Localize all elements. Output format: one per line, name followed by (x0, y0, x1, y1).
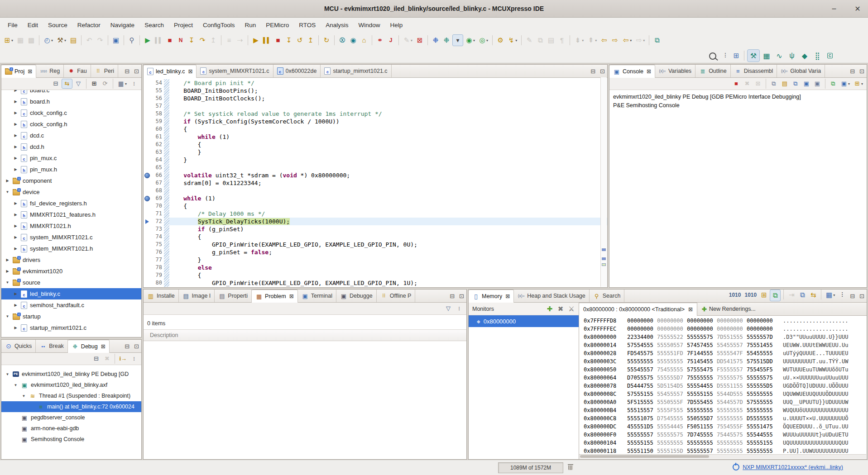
tree-item-semihosting-console[interactable]: ▣Semihosting Console (1, 434, 141, 445)
memory-row-0x80000028[interactable]: 0x80000028FD545575555551FD7F144555555554… (579, 349, 867, 357)
code-line-72[interactable]: 72 SysTick_DelayTicks(1000U); (144, 218, 607, 225)
maximize-icon[interactable]: ⊡ (132, 68, 141, 75)
code-line-75[interactable]: 75 GPIO_PinWrite(EXAMPLE_LED_GPIO, EXAMP… (144, 241, 607, 248)
tab-system-mimxrt1021-c[interactable]: csystem_MIMXRT1021.c (197, 65, 273, 77)
annotation-column[interactable] (144, 133, 150, 141)
next-annotation-button[interactable]: ⇟▾ (573, 35, 585, 46)
working-set-button[interactable]: ▆▾ (116, 79, 128, 88)
open-console-button[interactable]: ⊞▾ (852, 79, 864, 88)
remove-launch-button[interactable]: ✖ (742, 79, 752, 88)
tab-debug[interactable]: ❉Debug⊠ (68, 340, 110, 353)
debug-dropdown-button[interactable]: ▾ (452, 34, 463, 46)
maximize-icon[interactable]: ⊡ (598, 68, 607, 75)
annotation-column[interactable] (144, 264, 150, 271)
tab-disassembl[interactable]: ≡Disassembl (731, 65, 777, 77)
project-settings-button[interactable]: ⚙ (495, 35, 505, 46)
annotation-column[interactable] (144, 87, 150, 95)
overview-ruler[interactable] (600, 77, 607, 287)
annotation-column[interactable] (144, 148, 150, 156)
tab-peri[interactable]: ⠿Peri (91, 65, 118, 77)
tree-item-system-mimxrt1021-c[interactable]: ▶csystem_MIMXRT1021.c (1, 232, 141, 243)
tree-item-startup-mimxrt1021-c[interactable]: ▶cstartup_mimxrt1021.c (1, 322, 141, 333)
close-icon[interactable]: ⊠ (505, 293, 510, 299)
word-wrap-button[interactable]: ⧉ (791, 79, 801, 88)
code-line-69[interactable]: 69 while (1) (144, 195, 607, 202)
close-icon[interactable]: ⊠ (647, 68, 651, 75)
annotation-column[interactable] (144, 179, 150, 187)
code-line-70[interactable]: 70 { (144, 202, 607, 210)
annotation-column[interactable] (144, 79, 150, 87)
search-element-button[interactable]: ⚲ (127, 35, 137, 46)
code-line-60[interactable]: 60 { (144, 125, 607, 133)
annotation-column[interactable] (144, 95, 150, 102)
code-line-68[interactable]: 68 (144, 187, 607, 195)
close-icon[interactable]: ⊠ (101, 343, 106, 350)
view-menu-button[interactable]: ⁝ (129, 354, 139, 363)
pin-console-button[interactable]: ⧉ (828, 79, 838, 88)
tree-item-dcd-h[interactable]: ▶hdcd.h (1, 141, 141, 152)
code-line-63[interactable]: 63 } (144, 148, 607, 156)
remove-toolbox-button[interactable]: ⊠ (415, 35, 425, 46)
layout-button[interactable]: ▦▾ (824, 290, 836, 300)
tab-startup-mimxrt1021-c[interactable]: cstartup_mimxrt1021.c (321, 65, 391, 77)
menu-project[interactable]: Project (169, 22, 198, 28)
memory-row-0x800000A0[interactable]: 0x800000A05F5155555550555F7D555455554455… (579, 398, 867, 406)
tree-item-board-c[interactable]: ▶cboard.c (1, 90, 141, 96)
annotation-column[interactable] (144, 118, 150, 125)
home-button[interactable]: ⌂ (359, 35, 369, 46)
multicore-step-into-button[interactable]: ↧ (284, 35, 294, 46)
launch-config-button[interactable]: ◴▾ (42, 35, 54, 46)
filter-button[interactable]: ▽ (73, 79, 83, 88)
tab-break[interactable]: ●●Break (36, 340, 68, 352)
memory-row-0x80000050[interactable]: 0x80000050555455577545555557555475F55555… (579, 366, 867, 374)
memory-row-0x80000014[interactable]: 0x80000014575545555555055757457455554555… (579, 341, 867, 349)
build-binary-button[interactable]: ▤ (68, 35, 78, 46)
tree-item-thread-1-suspended-breakpoint[interactable]: ▼≋Thread #1 (Suspended : Breakpoint) (1, 390, 141, 401)
menu-run[interactable]: Run (240, 22, 261, 28)
memory-row-0x80000078[interactable]: 0x80000078D54447555D5154D555554455D55511… (579, 382, 867, 390)
memory-row-0x800000DC[interactable]: 0x800000DC455551D555554445F5051155755455… (579, 423, 867, 431)
perspective-cpp[interactable]: C (824, 50, 836, 62)
export-button[interactable]: ⧉ (770, 290, 781, 301)
tree-item-pin-mux-c[interactable]: ▶cpin_mux.c (1, 152, 141, 164)
debug-as-button[interactable]: ❉ (431, 35, 441, 46)
next-edit-location-button[interactable]: ⇨ (610, 35, 620, 46)
minimize-icon[interactable]: ⊟ (588, 68, 598, 75)
tree-item-dcd-c[interactable]: ▶cdcd.c (1, 130, 141, 141)
annotation-column[interactable] (144, 225, 150, 233)
new-memory-view-button[interactable]: 1010 (728, 290, 743, 300)
tab-global-varia[interactable]: (x)=Global Varia (777, 65, 825, 77)
jlink-button[interactable]: J (386, 35, 396, 46)
memory-row-0x7FFFFFD8[interactable]: 0x7FFFFFD8000000000000000000000000000000… (579, 317, 867, 325)
tree-item-system-mimxrt1021-h[interactable]: ▶hsystem_MIMXRT1021.h (1, 243, 141, 254)
annotation-column[interactable] (144, 210, 150, 218)
tree-item-fsl-device-registers-h[interactable]: ▶hfsl_device_registers.h (1, 198, 141, 209)
instruction-mode-button[interactable]: i→ (118, 354, 128, 363)
terminate-button[interactable]: ■ (165, 35, 175, 46)
tab-image-i[interactable]: ▤Image I (179, 290, 215, 302)
overview-marker[interactable] (602, 263, 606, 266)
collapse-all-button[interactable]: ⊟ (51, 79, 61, 88)
tree-item-board-h[interactable]: ▶hboard.h (1, 96, 141, 107)
memory-row-0x800000C8[interactable]: 0x800000C855551075D7545555550555D7555555… (579, 414, 867, 423)
tab-console[interactable]: ▣Console⊠ (609, 65, 655, 78)
reset-button[interactable]: ↻ (321, 35, 331, 46)
last-edit-location-button[interactable]: ⇦ (599, 35, 609, 46)
code-line-62[interactable]: 62 { (144, 141, 607, 148)
minimize-icon[interactable]: ⊟ (848, 68, 857, 75)
tree-item-led-blinky-c[interactable]: ▶cled_blinky.c (1, 288, 141, 299)
remove-monitor-button[interactable]: ✖ (556, 304, 566, 314)
menu-help[interactable]: Help (385, 22, 408, 28)
annotation-column[interactable] (144, 195, 150, 202)
multicore-step-return-button[interactable]: ↥ (306, 35, 316, 46)
save-button[interactable]: ▦ (15, 35, 25, 46)
code-line-56[interactable]: 56 BOARD_InitBootClocks(); (144, 95, 607, 102)
remove-launch-button[interactable]: ✖ (102, 354, 112, 363)
code-line-73[interactable]: 73 if (g_pinSet) (144, 225, 607, 233)
redo-button[interactable]: ↷ (95, 35, 105, 46)
perspective-clocks[interactable]: ∿ (773, 50, 785, 62)
tree-item-device[interactable]: ▼device (1, 186, 141, 198)
maximize-icon[interactable]: ⊡ (132, 343, 141, 350)
disconnect-button[interactable]: N (176, 35, 186, 46)
annotation-column[interactable] (144, 102, 150, 110)
